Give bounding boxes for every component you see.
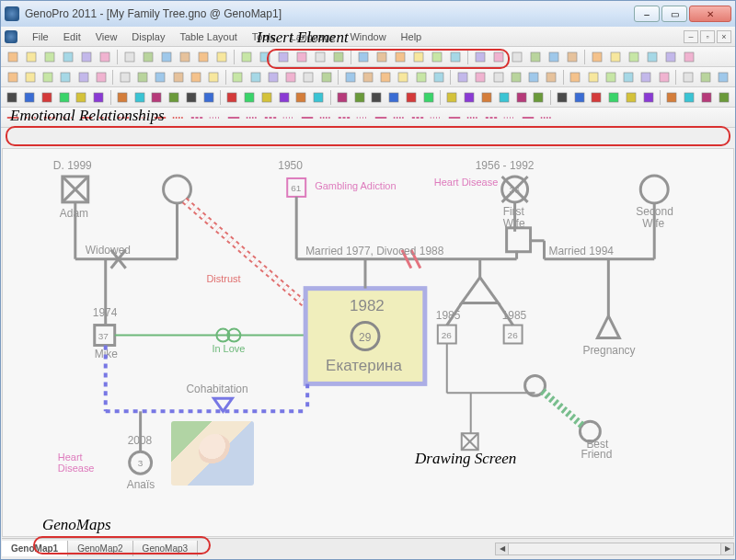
- sq-e-button[interactable]: [74, 89, 89, 106]
- lock-button[interactable]: [697, 69, 713, 86]
- export-button[interactable]: [644, 49, 661, 65]
- zoom-out-button[interactable]: [58, 69, 74, 86]
- dist-v-button[interactable]: [265, 69, 281, 86]
- node-first-wife[interactable]: 1956 - 1992 Heart Disease 36 FirstWife: [434, 159, 535, 230]
- scroll-left-button[interactable]: ◀: [496, 543, 509, 554]
- align-center-button[interactable]: [153, 69, 168, 86]
- rel-distrust[interactable]: Distrust: [185, 200, 306, 305]
- arrow-button[interactable]: [447, 49, 464, 65]
- zoom-in-button[interactable]: [40, 69, 55, 86]
- sq-x-button[interactable]: [420, 89, 436, 106]
- sq-t-button[interactable]: [351, 89, 367, 106]
- er-jag3-button[interactable]: [483, 109, 500, 126]
- save-all-button[interactable]: [60, 49, 76, 65]
- sq-aa-button[interactable]: [479, 89, 495, 106]
- male-button[interactable]: [238, 49, 255, 65]
- zoom-sel-button[interactable]: [93, 69, 109, 86]
- er-jag1-button[interactable]: [446, 109, 463, 126]
- horizontal-scrollbar[interactable]: ◀ ▶: [495, 543, 734, 555]
- text-color-button[interactable]: [568, 69, 583, 86]
- sq-ad-button[interactable]: [531, 89, 546, 106]
- text-button[interactable]: [472, 49, 489, 65]
- print-button[interactable]: [78, 49, 95, 65]
- html-button[interactable]: [662, 49, 679, 65]
- er-7-button[interactable]: [115, 109, 132, 126]
- align-top-button[interactable]: [188, 69, 203, 86]
- sq-c-button[interactable]: [40, 89, 55, 106]
- er-8-button[interactable]: [133, 109, 150, 126]
- text-center-button[interactable]: [525, 69, 541, 86]
- sq-y-button[interactable]: [444, 89, 460, 106]
- new-couple-button[interactable]: [355, 49, 372, 65]
- tab-genomap2[interactable]: GenoMap2: [68, 541, 132, 556]
- redo-button[interactable]: [195, 49, 212, 65]
- er-10-button[interactable]: [170, 109, 187, 126]
- twins-button[interactable]: [374, 49, 390, 65]
- sq-af-button[interactable]: [571, 89, 587, 106]
- person-photo[interactable]: [171, 421, 254, 486]
- report-button[interactable]: [626, 49, 642, 65]
- sq-am-button[interactable]: [699, 89, 715, 106]
- sq-o-button[interactable]: [259, 89, 275, 106]
- rel-best-friend[interactable]: BestFriend: [525, 375, 613, 461]
- er-dbl2-button[interactable]: [262, 109, 279, 126]
- er-dbl1-button[interactable]: [244, 109, 260, 126]
- er-2-button[interactable]: [23, 109, 40, 126]
- cut-button[interactable]: [121, 49, 138, 65]
- ungroup-button[interactable]: [378, 69, 394, 86]
- new-button[interactable]: [5, 49, 21, 65]
- er-loop2-button[interactable]: [409, 109, 426, 126]
- triplets-button[interactable]: [392, 49, 408, 65]
- scroll-right-button[interactable]: ▶: [720, 543, 733, 554]
- italic2-button[interactable]: [490, 69, 506, 86]
- help-button[interactable]: [681, 49, 697, 65]
- bold2-button[interactable]: [473, 69, 489, 86]
- sq-w-button[interactable]: [404, 89, 420, 106]
- er-jag2-button[interactable]: [465, 109, 481, 126]
- sq-ak-button[interactable]: [664, 89, 680, 106]
- er-6-button[interactable]: [97, 109, 113, 126]
- er-wave2-button[interactable]: [317, 109, 334, 126]
- sq-k-button[interactable]: [184, 89, 200, 106]
- front-button[interactable]: [396, 69, 411, 86]
- align-right-button[interactable]: [170, 69, 186, 86]
- er-1-button[interactable]: [5, 109, 21, 126]
- sq-an-button[interactable]: [716, 89, 731, 106]
- er-arr1-button[interactable]: [501, 109, 518, 126]
- bold-button[interactable]: [527, 49, 544, 65]
- link-button[interactable]: [410, 49, 427, 65]
- copy-button[interactable]: [140, 49, 156, 65]
- rel-in-love[interactable]: In Love: [115, 329, 307, 355]
- sq-ah-button[interactable]: [606, 89, 622, 106]
- er-loop1-button[interactable]: [391, 109, 408, 126]
- minimize-button[interactable]: –: [634, 6, 660, 22]
- sq-j-button[interactable]: [167, 89, 182, 106]
- flip-v-button[interactable]: [342, 69, 358, 86]
- er-wave3-button[interactable]: [336, 109, 352, 126]
- menu-help[interactable]: Help: [396, 29, 428, 44]
- er-loop3-button[interactable]: [428, 109, 444, 126]
- shape-button[interactable]: [509, 49, 525, 65]
- tab-genomap1[interactable]: GenoMap1: [2, 541, 68, 556]
- er-3-button[interactable]: [41, 109, 58, 126]
- maximize-button[interactable]: ▭: [661, 6, 687, 22]
- er-wave4-button[interactable]: [354, 109, 371, 126]
- back-z-button[interactable]: [413, 69, 429, 86]
- menu-view[interactable]: View: [90, 29, 123, 44]
- align-bottom-button[interactable]: [230, 69, 246, 86]
- er-solid2-button[interactable]: [207, 109, 224, 126]
- line-button[interactable]: [603, 69, 618, 86]
- mdi-minimize-button[interactable]: –: [684, 30, 698, 43]
- sq-z-button[interactable]: [462, 89, 477, 106]
- tag-button[interactable]: [680, 69, 696, 86]
- rotate-r-button[interactable]: [301, 69, 316, 86]
- rel-twin-family[interactable]: [447, 343, 535, 450]
- er-arr2-button[interactable]: [520, 109, 536, 126]
- new-parent-button[interactable]: [330, 49, 347, 65]
- dist-h-button[interactable]: [247, 69, 263, 86]
- print-preview-button[interactable]: [97, 49, 113, 65]
- menu-edit[interactable]: Edit: [58, 29, 86, 44]
- er-solid3-button[interactable]: [225, 109, 242, 126]
- node-grandmother[interactable]: 1950 61 Gambling Adiction: [278, 159, 396, 197]
- font-button[interactable]: [589, 49, 605, 65]
